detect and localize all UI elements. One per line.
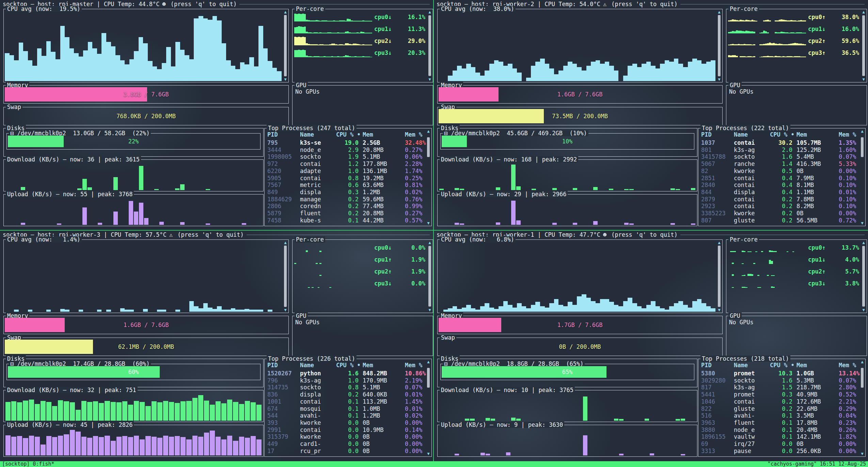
process-row[interactable]: 3313pause0.0256.0KB0.00% xyxy=(701,448,857,454)
column-header[interactable]: Mem xyxy=(363,362,405,369)
process-row[interactable]: 5879fluent0.220.8MB0.27% xyxy=(267,210,423,217)
scrollbar-thumb[interactable] xyxy=(862,15,865,76)
column-header[interactable]: CPU % • xyxy=(336,131,363,138)
scroll-down-icon[interactable]: ▼ xyxy=(860,452,865,456)
cpu-chart-scrollbar[interactable]: ▲ ▼ xyxy=(717,10,722,81)
column-header[interactable]: Name xyxy=(300,131,336,138)
process-row[interactable]: 1884629manage0.259.6MB0.76% xyxy=(267,196,423,203)
process-row[interactable]: 807gluste0.256.5MB0.72% xyxy=(701,217,857,224)
scroll-up-icon[interactable]: ▲ xyxy=(426,360,431,364)
scroll-up-icon[interactable]: ▲ xyxy=(717,240,722,245)
column-header[interactable]: Mem xyxy=(796,131,839,138)
process-row[interactable]: 2851contai0.47.9MB0.10% xyxy=(701,175,857,182)
scroll-down-icon[interactable]: ▼ xyxy=(426,452,431,456)
scroll-down-icon[interactable]: ▼ xyxy=(427,77,432,81)
column-header[interactable]: Mem xyxy=(796,362,839,369)
process-row[interactable]: 972contai1.2177.8MB2.28% xyxy=(267,160,423,167)
process-row[interactable]: 314735sockto0.85.1MB0.07% xyxy=(267,384,423,391)
process-row[interactable]: 836displa0.2640.0KB0.01% xyxy=(267,391,423,398)
scroll-down-icon[interactable]: ▼ xyxy=(717,77,722,81)
process-row[interactable]: 817k3s-ag1.5218.7MB2.80% xyxy=(701,384,857,391)
process-row[interactable]: 2991contai0.010.9MB0.14% xyxy=(267,426,423,433)
scrollbar-thumb[interactable] xyxy=(427,137,430,157)
scroll-up-icon[interactable]: ▲ xyxy=(860,129,865,133)
column-header[interactable]: CPU % • xyxy=(770,362,796,369)
tmux-session-window[interactable]: [socktop] 0:fish* xyxy=(2,461,54,467)
scroll-down-icon[interactable]: ▼ xyxy=(283,77,288,81)
scrollbar-thumb[interactable] xyxy=(427,368,430,388)
process-row[interactable]: 849displa0.31.2MB0.02% xyxy=(267,189,423,196)
process-row[interactable]: 393kworke0.00B0.00% xyxy=(267,419,423,426)
scrollbar-thumb[interactable] xyxy=(718,15,721,76)
process-row[interactable]: 5067ranche1.4416.3MB5.33% xyxy=(701,160,857,167)
scroll-up-icon[interactable]: ▲ xyxy=(861,10,866,14)
process-scrollbar[interactable]: ▲ ▼ xyxy=(426,360,431,456)
scrollbar-thumb[interactable] xyxy=(428,246,431,307)
process-row[interactable]: 2923contai0.28.2MB0.10% xyxy=(701,203,857,209)
scroll-up-icon[interactable]: ▲ xyxy=(860,360,865,364)
cpu-chart-scrollbar[interactable]: ▲ ▼ xyxy=(283,10,288,81)
process-row[interactable]: 1520267python1.6848.2MB10.86% xyxy=(267,370,423,377)
column-header[interactable]: Name xyxy=(734,362,770,369)
column-header[interactable]: PID xyxy=(701,362,734,369)
cpu-chart-scrollbar[interactable]: ▲ ▼ xyxy=(283,240,288,312)
process-row[interactable]: 544avahi-0.11.2MB0.02% xyxy=(267,412,423,419)
scroll-down-icon[interactable]: ▼ xyxy=(717,308,722,312)
scroll-up-icon[interactable]: ▲ xyxy=(717,10,722,14)
process-row[interactable]: 2806coredn0.277.4MB0.99% xyxy=(267,203,423,209)
per-core-scrollbar[interactable]: ▲ ▼ xyxy=(861,240,866,312)
process-row[interactable]: 3415788sockto1.65.4MB0.07% xyxy=(701,153,857,160)
process-row[interactable]: 2840contai0.48.1MB0.10% xyxy=(701,182,857,188)
scroll-up-icon[interactable]: ▲ xyxy=(861,240,866,245)
column-header[interactable]: Mem % xyxy=(405,362,423,369)
process-scrollbar[interactable]: ▲ ▼ xyxy=(860,129,865,225)
column-header[interactable]: Mem % xyxy=(839,362,857,369)
process-row[interactable]: 7458kube-s0.144.2MB0.57% xyxy=(267,217,423,224)
scroll-down-icon[interactable]: ▼ xyxy=(861,77,866,81)
process-row[interactable]: 3385223kworke0.20B0.00% xyxy=(701,210,857,217)
scroll-up-icon[interactable]: ▲ xyxy=(426,129,431,133)
column-header[interactable]: CPU % • xyxy=(336,362,363,369)
process-row[interactable]: 2879contai0.27.8MB0.10% xyxy=(701,196,857,203)
process-scrollbar[interactable]: ▲ ▼ xyxy=(426,129,431,225)
scroll-up-icon[interactable]: ▲ xyxy=(427,240,432,245)
scrollbar-thumb[interactable] xyxy=(718,246,721,307)
scroll-down-icon[interactable]: ▼ xyxy=(861,308,866,312)
process-row[interactable]: 3963fluent0.117.8MB0.23% xyxy=(701,419,857,426)
process-row[interactable]: 82kworke0.50B0.00% xyxy=(701,168,857,174)
process-scrollbar[interactable]: ▲ ▼ xyxy=(860,360,865,456)
process-row[interactable]: 7567metric0.663.6MB0.81% xyxy=(267,182,423,188)
process-row[interactable]: 801k3s-ag2.0125.2MB1.60% xyxy=(701,146,857,153)
column-header[interactable]: PID xyxy=(267,362,300,369)
process-row[interactable]: 844displa0.41.1MB0.01% xyxy=(701,189,857,196)
cpu-chart-scrollbar[interactable]: ▲ ▼ xyxy=(717,240,722,312)
column-header[interactable]: Mem % xyxy=(405,131,423,138)
process-row[interactable]: 1037contai30.2105.7MB1.35% xyxy=(701,139,857,146)
column-header[interactable]: PID xyxy=(267,131,300,138)
scroll-up-icon[interactable]: ▲ xyxy=(427,10,432,14)
process-row[interactable]: 516avahi-0.13.5MB0.04% xyxy=(701,412,857,419)
column-header[interactable]: Mem xyxy=(363,131,405,138)
column-header[interactable]: PID xyxy=(701,131,734,138)
scrollbar-thumb[interactable] xyxy=(861,137,864,157)
process-row[interactable]: 822gluste0.222.6MB0.29% xyxy=(701,405,857,412)
scroll-down-icon[interactable]: ▼ xyxy=(426,221,431,225)
process-row[interactable]: 5380promet10.31.0GB13.14% xyxy=(701,370,857,377)
column-header[interactable]: Name xyxy=(300,362,336,369)
process-row[interactable]: 69irq/270.00B0.00% xyxy=(701,440,857,447)
process-row[interactable]: 674mosqui0.11.0MB0.01% xyxy=(267,405,423,412)
column-header[interactable]: Name xyxy=(734,131,770,138)
scrollbar-thumb[interactable] xyxy=(284,15,287,76)
scroll-down-icon[interactable]: ▼ xyxy=(283,308,288,312)
process-row[interactable]: 17rcu_pr0.00B0.00% xyxy=(267,448,423,454)
per-core-scrollbar[interactable]: ▲ ▼ xyxy=(427,10,432,81)
process-row[interactable]: 1896155vaultw0.1142.1MB1.82% xyxy=(701,433,857,440)
process-row[interactable]: 5905contai0.819.2MB0.25% xyxy=(267,175,423,182)
scrollbar-thumb[interactable] xyxy=(284,246,287,307)
column-header[interactable]: CPU % • xyxy=(770,131,796,138)
process-row[interactable]: 449card1-0.00B0.00% xyxy=(267,440,423,447)
process-row[interactable]: 796k3s-ag1.0170.9MB2.19% xyxy=(267,377,423,384)
scrollbar-thumb[interactable] xyxy=(428,15,431,76)
scroll-down-icon[interactable]: ▼ xyxy=(427,308,432,312)
per-core-scrollbar[interactable]: ▲ ▼ xyxy=(861,10,866,81)
